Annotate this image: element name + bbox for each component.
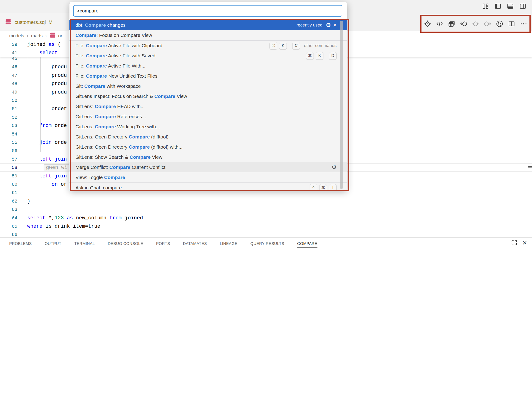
keybinding-key: K xyxy=(316,52,324,60)
split-editor-icon[interactable] xyxy=(508,20,515,27)
vscode-window: customers.sql M models › marts › or 4546… xyxy=(0,0,532,394)
command-item-14[interactable]: Merge Conflict: Compare Current Conflict… xyxy=(69,162,347,172)
dbt-logo-icon[interactable] xyxy=(424,20,431,27)
panel-tab-compare[interactable]: Compare xyxy=(297,240,317,248)
toggle-panel-icon[interactable] xyxy=(507,3,514,10)
text-caret xyxy=(99,8,99,14)
editor-actions-toolbar xyxy=(420,15,531,33)
panel-body: No changes to display Click the button b… xyxy=(0,250,532,394)
chevron-right-icon: › xyxy=(27,33,28,38)
panel-tab-debug-console[interactable]: Debug Console xyxy=(108,240,143,248)
command-item-10[interactable]: GitLens: Compare Working Tree with... xyxy=(69,122,347,132)
line-number: 55 xyxy=(0,140,17,145)
toggle-secondary-sidebar-icon[interactable] xyxy=(519,3,527,10)
breadcrumb-marts[interactable]: marts xyxy=(31,33,43,38)
keybinding-key: ⌘ xyxy=(269,42,277,50)
tab-customers-sql[interactable]: customers.sql M xyxy=(0,13,70,31)
code-line-62[interactable]: 62) xyxy=(0,197,532,206)
command-item-0[interactable]: dbt: Compare changesrecently used⚙× xyxy=(69,20,347,30)
command-item-5[interactable]: File: Compare New Untitled Text Files xyxy=(69,71,347,81)
command-item-label: File: Compare Active File With... xyxy=(75,63,145,69)
code-line-65[interactable]: 65where is_drink_item=true xyxy=(0,222,532,231)
toggle-primary-sidebar-icon[interactable] xyxy=(494,3,501,10)
command-input[interactable]: >compare xyxy=(73,5,342,17)
more-actions-icon[interactable] xyxy=(520,20,527,27)
command-palette: >compare dbt: Compare changesrecently us… xyxy=(69,2,347,190)
panel-tab-problems[interactable]: Problems xyxy=(9,240,32,248)
command-item-15[interactable]: View: Toggle Compare xyxy=(69,172,347,182)
palette-scrollbar[interactable] xyxy=(340,21,343,189)
overview-ruler xyxy=(528,40,528,237)
line-number: 61 xyxy=(0,190,17,195)
database-icon xyxy=(50,32,56,39)
keybinding-key: K xyxy=(279,42,287,50)
keybinding-key: C xyxy=(292,42,300,50)
command-item-3[interactable]: File: Compare Active File with Saved⌘KD xyxy=(69,51,347,61)
close-panel-icon[interactable]: × xyxy=(522,239,527,246)
close-icon[interactable]: × xyxy=(333,22,337,28)
gear-icon[interactable]: ⚙ xyxy=(326,22,331,28)
command-item-label: File: Compare Active File with Saved xyxy=(75,53,155,58)
execute-with-downstream-icon[interactable] xyxy=(484,20,491,27)
line-number: 62 xyxy=(0,199,17,204)
command-item-label: Compare: Focus on Compare View xyxy=(75,32,152,38)
keybinding-note: other commands xyxy=(304,43,337,48)
breadcrumb-models[interactable]: models xyxy=(9,33,24,38)
command-item-label: GitLens: Compare Working Tree with... xyxy=(75,124,160,130)
line-number: 49 xyxy=(0,90,17,95)
command-item-label: dbt: Compare changes xyxy=(75,22,126,28)
gear-icon[interactable]: ⚙ xyxy=(331,165,337,170)
line-number: 39 xyxy=(0,42,17,47)
line-number: 65 xyxy=(0,224,17,229)
keybinding-key: D xyxy=(329,52,337,60)
indent-guide xyxy=(27,57,27,237)
recently-used-badge: recently used xyxy=(297,23,323,28)
command-item-13[interactable]: GitLens: Show Search & Compare View xyxy=(69,152,347,162)
line-number: 51 xyxy=(0,106,17,112)
code-line-66[interactable]: 66 xyxy=(0,230,532,237)
window-layout-controls xyxy=(482,3,527,10)
keybinding-key: I xyxy=(329,184,337,191)
code-line-63[interactable]: 63 xyxy=(0,205,532,214)
command-item-label: GitLens: Compare References... xyxy=(75,114,146,119)
code-line-64[interactable]: 64select *,123 as new_column from joined xyxy=(0,214,532,222)
command-item-label: GitLens: Show Search & Compare View xyxy=(75,154,162,160)
panel-tab-lineage[interactable]: Lineage xyxy=(220,240,238,248)
command-item-1[interactable]: Compare: Focus on Compare View xyxy=(69,30,347,40)
command-item-8[interactable]: GitLens: Compare HEAD with... xyxy=(69,101,347,112)
command-item-7[interactable]: GitLens Inspect: Focus on Search & Compa… xyxy=(69,91,347,101)
panel-tab-bar: ProblemsOutputTerminalDebug ConsolePorts… xyxy=(0,237,532,250)
line-number: 60 xyxy=(0,182,17,187)
line-number: 66 xyxy=(0,232,17,237)
command-item-label: Ask in Chat: compare xyxy=(75,185,122,190)
command-item-4[interactable]: File: Compare Active File With... xyxy=(69,61,347,71)
panel-tab-query-results[interactable]: Query Results xyxy=(250,240,284,248)
keybinding-key: ⌘ xyxy=(306,52,314,60)
lineage-icon[interactable] xyxy=(496,20,503,27)
line-number: 52 xyxy=(0,115,17,120)
execute-with-upstream-icon[interactable] xyxy=(460,20,467,27)
keybinding-key: ^ xyxy=(310,184,317,191)
line-number: 56 xyxy=(0,148,17,153)
preview-results-icon[interactable] xyxy=(448,20,455,27)
line-number: 57 xyxy=(0,157,17,162)
panel-tab-terminal[interactable]: Terminal xyxy=(74,240,95,248)
panel-tab-datamates[interactable]: Datamates xyxy=(183,240,207,248)
execute-model-icon[interactable] xyxy=(472,20,479,27)
breadcrumb-file-partial[interactable]: or xyxy=(58,33,62,38)
command-list: dbt: Compare changesrecently used⚙×Compa… xyxy=(69,20,347,190)
customize-layout-icon[interactable] xyxy=(482,3,489,10)
command-item-label: Git: Compare with Workspace xyxy=(75,83,141,89)
command-item-6[interactable]: Git: Compare with Workspace xyxy=(69,81,347,91)
command-item-16[interactable]: Ask in Chat: compare^⌘I xyxy=(69,183,347,190)
command-item-12[interactable]: GitLens: Open Directory Compare (difftoo… xyxy=(69,142,347,152)
panel-tab-output[interactable]: Output xyxy=(45,240,61,248)
command-item-11[interactable]: GitLens: Open Directory Compare (difftoo… xyxy=(69,132,347,142)
command-item-2[interactable]: File: Compare Active File with Clipboard… xyxy=(69,41,347,51)
panel-tab-ports[interactable]: Ports xyxy=(156,240,170,248)
file-name: customers.sql xyxy=(15,19,46,25)
maximize-panel-icon[interactable] xyxy=(511,239,518,246)
command-input-value: >compare xyxy=(77,8,99,14)
command-item-9[interactable]: GitLens: Compare References... xyxy=(69,112,347,122)
compile-code-icon[interactable] xyxy=(436,20,443,27)
